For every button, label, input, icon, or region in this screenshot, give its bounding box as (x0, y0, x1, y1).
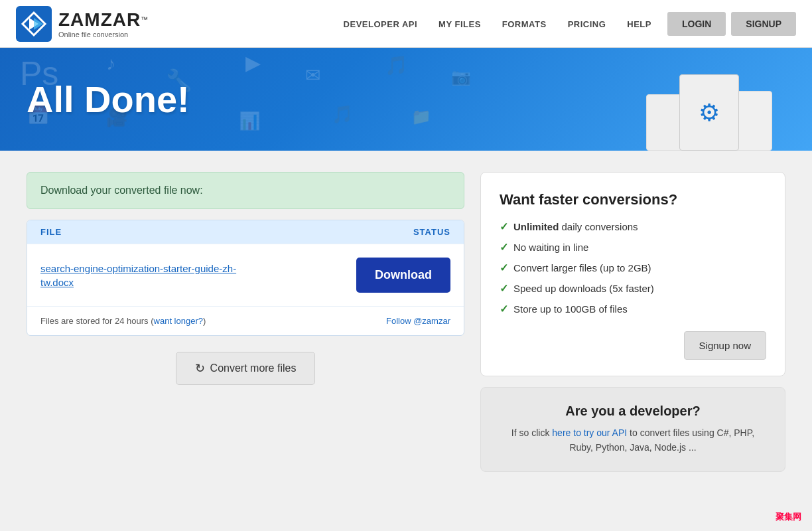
developer-card: Are you a developer? If so click here to… (480, 387, 785, 472)
hero-banner: Ps ♪ 🔧 ▶ ✉ 🎵 📷 📅 🎥 📊 🎵 📁 All Done! ⚙ (0, 48, 812, 151)
promo-card: Want faster conversions? ✓ Unlimited dai… (480, 172, 785, 376)
nav-help[interactable]: HELP (627, 19, 651, 29)
promo-feature-4: ✓ Speed up downloads (5x faster) (500, 282, 766, 295)
col-file-header: FILE (40, 227, 62, 237)
main-content: Download your converted file now: FILE S… (0, 151, 812, 493)
logo-brand: ZAMZAR™ (58, 9, 148, 31)
file-table-header: FILE STATUS (27, 220, 464, 244)
follow-zamzar-link[interactable]: Follow @zamzar (386, 316, 450, 326)
file-table-footer: Files are stored for 24 hours (want long… (27, 306, 464, 335)
promo-feature-5: ✓ Store up to 100GB of files (500, 303, 766, 315)
convert-more-label: Convert more files (210, 362, 297, 374)
promo-feature-2: ✓ No waiting in line (500, 241, 766, 254)
promo-feature-3: ✓ Convert larger files (up to 2GB) (500, 262, 766, 274)
check-icon-2: ✓ (500, 241, 508, 254)
left-panel: Download your converted file now: FILE S… (27, 172, 464, 472)
nav-developer-api[interactable]: DEVELOPER API (344, 19, 417, 29)
logo-text-block: ZAMZAR™ Online file conversion (58, 9, 148, 38)
login-button[interactable]: LOGIN (667, 12, 726, 36)
nav-formats[interactable]: FORMATS (502, 19, 547, 29)
footer-storage-text: Files are stored for 24 hours (want long… (40, 316, 206, 326)
promo-features-list: ✓ Unlimited daily conversions ✓ No waiti… (500, 220, 766, 315)
check-icon-5: ✓ (500, 303, 508, 315)
developer-description: If so click here to try our API to conve… (500, 425, 766, 455)
logo-area: ZAMZAR™ Online file conversion (16, 6, 148, 42)
zamzar-logo-icon (16, 6, 52, 42)
hero-title: All Done! (27, 78, 190, 121)
hero-file-illustrations: ⚙ (646, 74, 772, 151)
navbar: ZAMZAR™ Online file conversion DEVELOPER… (0, 0, 812, 48)
nav-my-files[interactable]: MY FILES (439, 19, 481, 29)
gear-icon: ⚙ (699, 99, 720, 127)
check-icon-4: ✓ (500, 282, 508, 295)
success-banner: Download your converted file now: (27, 172, 464, 209)
nav-links: DEVELOPER API MY FILES FORMATS PRICING H… (344, 18, 651, 30)
convert-more-button[interactable]: ↻ Convert more files (176, 352, 316, 385)
watermark: 聚集网 (776, 511, 801, 523)
check-icon-1: ✓ (500, 220, 508, 233)
nav-buttons: LOGIN SIGNUP (667, 12, 796, 36)
download-button[interactable]: Download (356, 258, 450, 293)
file-table: FILE STATUS search-engine-optimization-s… (27, 220, 464, 336)
want-longer-link[interactable]: want longer? (154, 316, 203, 326)
promo-title: Want faster conversions? (500, 191, 766, 208)
refresh-icon: ↻ (195, 361, 205, 376)
right-panel: Want faster conversions? ✓ Unlimited dai… (480, 172, 785, 472)
nav-pricing[interactable]: PRICING (568, 19, 606, 29)
signup-button[interactable]: SIGNUP (731, 12, 796, 36)
api-link[interactable]: here to try our API (552, 427, 627, 438)
file-name-link[interactable]: search-engine-optimization-starter-guide… (40, 262, 253, 289)
developer-title: Are you a developer? (500, 404, 766, 419)
check-icon-3: ✓ (500, 262, 508, 274)
signup-now-button[interactable]: Signup now (684, 331, 766, 360)
logo-subtitle: Online file conversion (58, 31, 148, 38)
promo-feature-1: ✓ Unlimited daily conversions (500, 220, 766, 233)
col-status-header: STATUS (413, 227, 450, 237)
file-table-row: search-engine-optimization-starter-guide… (27, 244, 464, 306)
success-message: Download your converted file now: (40, 185, 203, 196)
